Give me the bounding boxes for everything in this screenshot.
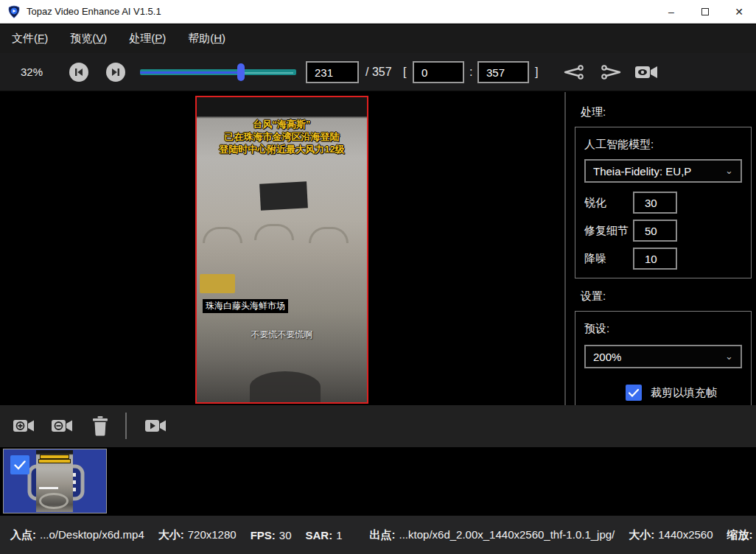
scene-speaker bbox=[259, 181, 308, 210]
menu-file[interactable]: 文件(F) bbox=[1, 32, 58, 46]
thumb-headline-bar bbox=[41, 455, 69, 458]
preset-label: 预设: bbox=[584, 322, 742, 336]
scene-bridge-arch bbox=[203, 227, 242, 243]
sharpen-row: 锐化 bbox=[584, 192, 742, 214]
trim-start-button[interactable] bbox=[561, 62, 587, 83]
skip-end-icon bbox=[111, 68, 120, 77]
status-output-size: 大小:1440x2560 bbox=[629, 528, 713, 542]
main-area: 台风“海高斯” 已在珠海市金湾区沿海登陆 登陆时中心附近最大风力12级 珠海白藤… bbox=[0, 92, 756, 405]
delete-video-button[interactable] bbox=[87, 415, 113, 437]
chevron-down-icon: ⌄ bbox=[725, 165, 733, 176]
current-frame-input[interactable] bbox=[306, 61, 359, 83]
skip-to-end-button[interactable] bbox=[106, 63, 125, 82]
settings-section-title: 设置: bbox=[581, 290, 606, 304]
maximize-icon bbox=[701, 8, 709, 15]
process-groupbox: 人工智能模型: Theia-Fidelity: EU,P ⌄ 锐化 修复细节 降… bbox=[575, 127, 752, 278]
range-start-input[interactable] bbox=[413, 61, 464, 83]
preset-value: 200% bbox=[593, 351, 621, 363]
thumb-headline-bar bbox=[39, 460, 70, 463]
video-queue-item[interactable] bbox=[3, 449, 107, 513]
skip-start-icon bbox=[74, 68, 83, 77]
minimize-button[interactable]: – bbox=[654, 0, 688, 24]
scene-bridge-arch bbox=[309, 227, 349, 243]
settings-panel: 处理: 人工智能模型: Theia-Fidelity: EU,P ⌄ 锐化 修复… bbox=[564, 92, 756, 405]
chevron-down-icon: ⌄ bbox=[725, 351, 733, 362]
timeline-slider[interactable] bbox=[140, 69, 296, 75]
restore-detail-row: 修复细节 bbox=[584, 220, 742, 242]
sharpen-label: 锐化 bbox=[584, 196, 633, 210]
video-preview[interactable]: 台风“海高斯” 已在珠海市金湾区沿海登陆 登陆时中心附近最大风力12级 珠海白藤… bbox=[195, 96, 368, 404]
crop-to-fill-label: 裁剪以填充帧 bbox=[651, 386, 717, 400]
check-icon bbox=[629, 389, 639, 397]
camera-play-icon bbox=[144, 417, 168, 435]
denoise-label: 降噪 bbox=[584, 252, 633, 266]
zoom-level-label: 32% bbox=[21, 53, 43, 91]
skip-to-start-button[interactable] bbox=[69, 63, 88, 82]
slider-handle[interactable] bbox=[237, 63, 245, 81]
playback-toolbar: 32% / 357 [ : ] bbox=[0, 53, 756, 91]
status-input-size: 大小:720x1280 bbox=[158, 528, 237, 542]
toolbar-divider bbox=[125, 413, 127, 439]
camera-plus-icon bbox=[13, 417, 36, 435]
settings-groupbox: 预设: 200% ⌄ 裁剪以填充帧 bbox=[575, 311, 752, 405]
video-scene: 台风“海高斯” 已在珠海市金湾区沿海登陆 登陆时中心附近最大风力12级 珠海白藤… bbox=[197, 97, 367, 402]
ai-model-label: 人工智能模型: bbox=[584, 138, 742, 152]
slider-progress bbox=[140, 71, 241, 74]
range-separator: : bbox=[469, 53, 472, 91]
video-queue-strip bbox=[0, 447, 756, 516]
ai-model-dropdown[interactable]: Theia-Fidelity: EU,P ⌄ bbox=[584, 159, 742, 183]
maximize-button[interactable] bbox=[688, 0, 722, 24]
status-output-path: 出点:...ktop/x6d_2.00x_1440x2560_thf-1.0.1… bbox=[370, 528, 615, 542]
scene-yellow-truck bbox=[200, 274, 235, 293]
menu-bar: 文件(F) 预览(V) 处理(P) 帮助(H) bbox=[0, 24, 756, 53]
scissors-left-icon bbox=[564, 63, 584, 81]
denoise-input[interactable] bbox=[633, 248, 677, 270]
video-list-toolbar bbox=[0, 405, 756, 447]
scene-bridge-arch bbox=[254, 224, 294, 240]
denoise-row: 降噪 bbox=[584, 248, 742, 270]
trim-end-button[interactable] bbox=[598, 62, 623, 83]
remove-video-button[interactable] bbox=[49, 415, 76, 437]
status-fps: FPS:30 bbox=[251, 529, 292, 541]
preset-dropdown[interactable]: 200% ⌄ bbox=[584, 345, 742, 368]
status-bar: 入点:...o/Desktop/x6d.mp4 大小:720x1280 FPS:… bbox=[0, 516, 756, 554]
video-subtitle: 不要慌不要慌啊 bbox=[197, 329, 367, 341]
status-scale: 缩放:200% bbox=[727, 528, 756, 542]
video-thumbnail bbox=[36, 450, 73, 512]
scissors-right-icon bbox=[601, 63, 621, 81]
sharpen-input[interactable] bbox=[633, 192, 677, 214]
thumb-tag-bar bbox=[39, 487, 58, 489]
preview-video-button[interactable] bbox=[632, 62, 662, 83]
crop-to-fill-row: 裁剪以填充帧 bbox=[626, 385, 742, 401]
ai-model-value: Theia-Fidelity: EU,P bbox=[593, 165, 691, 178]
app-window: Topaz Video Enhance AI V1.5.1 – ✕ 文件(F) … bbox=[0, 0, 756, 554]
status-input-path: 入点:...o/Desktop/x6d.mp4 bbox=[10, 528, 144, 542]
scene-debris bbox=[250, 371, 321, 402]
restore-detail-input[interactable] bbox=[633, 220, 677, 242]
status-sar: SAR:1 bbox=[306, 529, 343, 541]
topaz-logo-icon bbox=[7, 5, 21, 18]
menu-preview[interactable]: 预览(V) bbox=[60, 32, 117, 46]
trash-icon bbox=[92, 416, 108, 436]
thumb-water-swirl bbox=[39, 493, 69, 509]
window-title: Topaz Video Enhance AI V1.5.1 bbox=[27, 6, 161, 17]
title-bar: Topaz Video Enhance AI V1.5.1 – ✕ bbox=[0, 0, 756, 24]
range-close-bracket: ] bbox=[535, 53, 538, 91]
menu-help[interactable]: 帮助(H) bbox=[178, 32, 236, 46]
close-button[interactable]: ✕ bbox=[722, 0, 756, 24]
video-location-tag: 珠海白藤头海鲜市场 bbox=[203, 299, 288, 313]
crop-to-fill-checkbox[interactable] bbox=[626, 385, 642, 401]
video-headline: 台风“海高斯” 已在珠海市金湾区沿海登陆 登陆时中心附近最大风力12级 bbox=[197, 118, 367, 155]
restore-detail-label: 修复细节 bbox=[584, 224, 633, 238]
camera-eye-icon bbox=[634, 63, 659, 81]
queue-item-checkbox[interactable] bbox=[10, 455, 29, 474]
process-video-button[interactable] bbox=[143, 415, 169, 437]
add-video-button[interactable] bbox=[11, 415, 38, 437]
range-open-bracket: [ bbox=[403, 53, 406, 91]
camera-minus-icon bbox=[51, 417, 74, 435]
menu-process[interactable]: 处理(P) bbox=[119, 32, 176, 46]
range-end-input[interactable] bbox=[477, 61, 529, 83]
process-section-title: 处理: bbox=[581, 105, 606, 119]
total-frames-label: / 357 bbox=[365, 53, 392, 91]
check-icon bbox=[14, 460, 26, 470]
